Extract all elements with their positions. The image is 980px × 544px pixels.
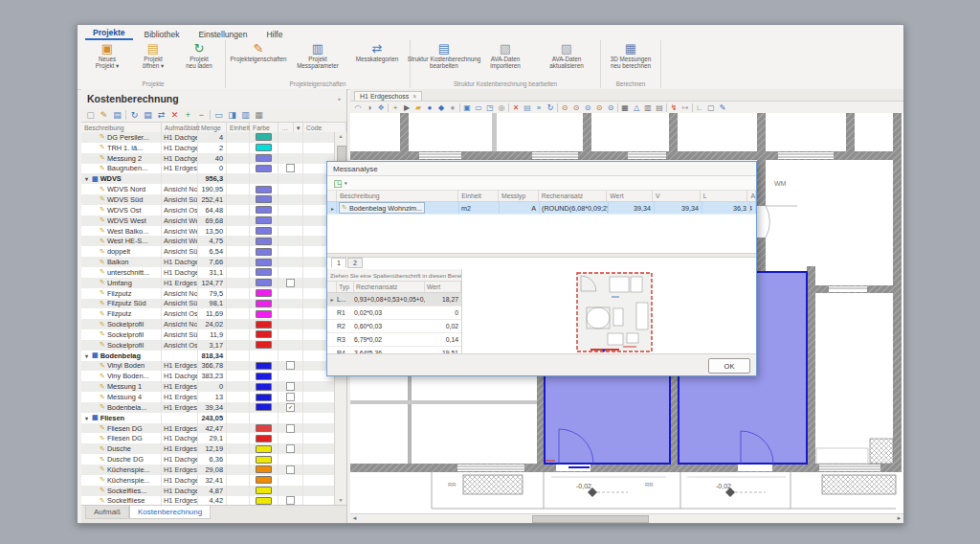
forward-icon[interactable]: » [534,102,544,113]
sep[interactable] [508,103,509,112]
table-row[interactable]: ✎ Filzputz Ansicht Nord 79,5 [81,288,336,299]
color-swatch[interactable] [256,227,272,235]
scroll-right-icon[interactable]: ► [895,514,903,522]
row-checkbox[interactable] [286,361,295,370]
expander-icon[interactable]: ▾ [85,415,92,421]
users-icon[interactable]: ◆ [436,102,446,113]
color-swatch[interactable] [256,195,272,203]
ribbon-button[interactable]: ▦ 3D Messungen neu berechnen [604,40,657,70]
color-swatch[interactable] [256,424,272,432]
sep[interactable] [210,110,211,120]
zoom-sel-icon[interactable]: ⊙ [594,102,604,113]
row-checkbox[interactable] [286,465,295,474]
table-row[interactable]: ✎ Bodenbela... H1 Erdgesch... 39,34 ✓ [81,402,336,413]
layout-icon[interactable]: ◳ [485,102,495,113]
table-row[interactable]: ▾ ▦ Bodenbelag 818,34 [81,351,336,361]
sep[interactable] [692,103,693,112]
ribbon-button[interactable]: ▧ AVA-Daten importieren [475,40,536,70]
dlg-col-a[interactable]: A [747,191,756,201]
select-icon[interactable]: ▶ [402,102,412,113]
table-row[interactable]: ✎ Viny Boden... H1 Dachgesc... 383,23 [81,371,336,381]
row-checkbox[interactable] [286,382,295,391]
color-swatch[interactable] [256,383,272,391]
table-row[interactable]: ✎ Messung 2 H1 Dachgesc... 40 [81,153,336,164]
table-row[interactable]: ✎ Sockelprofil Ansicht Nord 24,02 [81,319,336,329]
ribbon-button[interactable]: ↻ Projekt neu laden [176,40,222,70]
color-swatch[interactable] [256,487,272,494]
export-icon[interactable]: ▥ [240,110,251,121]
bottom-tab[interactable]: Kostenberechnung [129,506,211,519]
jump-icon[interactable]: ↦ [680,102,690,113]
add-icon[interactable]: + [183,110,193,121]
table-row[interactable]: ✎ Dusche DG H1 Dachgesc... 6,36 [81,454,336,465]
color-swatch[interactable] [256,238,272,245]
scroll-down-icon[interactable]: ▼ [335,496,346,505]
ribbon-button[interactable]: ⇄ Messkategorien [347,40,407,63]
dialog-tab[interactable]: 1 [331,258,346,268]
color-swatch[interactable] [256,465,272,473]
color-swatch[interactable] [256,300,272,307]
dialog-tab[interactable]: 2 [347,258,363,268]
dlg-col-l[interactable]: L [701,191,748,201]
remove-icon[interactable]: − [196,110,207,121]
detail-row[interactable]: ▸ L... 0,93+0,08+0,53+0,05+0,83+0,06+0,5… [327,293,461,306]
row-checkbox[interactable] [286,393,295,401]
table-row[interactable]: ✎ Küchenspie... H1 Erdgesch... 29,08 [81,465,336,475]
color-swatch[interactable] [256,445,272,453]
color-swatch[interactable] [256,186,272,193]
sheet-icon[interactable]: ▤ [655,102,664,113]
table-row[interactable]: ✎ Messung 4 H1 Erdgesch... 13 [81,392,336,402]
dialog-grid-row[interactable]: ▸ ✎ Bodenbelag Wohnzim... m2 A (ROUND(6,… [327,202,756,215]
pan-icon[interactable]: ❖ [376,102,386,113]
globe-icon[interactable]: ● [425,102,434,113]
zoom-out-icon[interactable]: ⊙ [571,102,581,113]
export-icon[interactable]: ◳ [331,178,345,189]
detail-row[interactable]: R3 6,79*0,02 0,14 [327,333,461,347]
table-row[interactable]: ✎ Filzputz Süd Ansicht Süd 98,1 [81,299,336,309]
color-swatch[interactable] [256,330,272,338]
table-row[interactable]: ✎ Fliesen DG H1 Dachgesc... 29,1 [81,433,336,443]
scroll-thumb[interactable] [532,515,649,523]
color-swatch[interactable] [256,310,272,318]
dlg-col-messtyp[interactable]: Messtyp [499,191,539,201]
table-row[interactable]: ✎ Messung 1 H1 Erdgesch... 0 [81,381,336,392]
ribbon-tab[interactable]: Bibliothek [137,28,188,40]
zoom-window-icon[interactable]: ◎ [497,102,506,113]
table-row[interactable]: ✎ Balkon H1 Dachgesc... 7,66 [81,257,336,267]
print-preview-icon[interactable]: ◨ [227,110,237,121]
screen-icon[interactable]: ▭ [474,102,483,113]
ribbon-button[interactable]: ▤ Struktur Kostenberechnung bearbeiten [413,40,475,70]
print-icon[interactable]: ▤ [523,102,532,113]
color-swatch[interactable] [256,394,272,401]
canvas-horizontal-scrollbar[interactable]: ◄ ► [350,513,903,523]
sep[interactable] [557,103,558,112]
ribbon-tab[interactable]: Projekte [85,26,133,40]
measure-name-cell[interactable]: ✎ Bodenbelag Wohnzim... [339,202,425,214]
detail-row[interactable]: R2 0,60*0,03 0,02 [327,320,461,333]
row-checkbox[interactable] [286,279,295,287]
table-row[interactable]: ✎ doppelt Ansicht Süd 6,54 [81,246,336,257]
table-row[interactable]: ✎ WDVS Nord Ansicht Nord 190,95 [81,184,336,194]
color-swatch[interactable] [256,248,272,256]
bottom-tab[interactable]: Aufmaß [85,506,129,519]
row-checkbox[interactable] [286,164,295,172]
table-row[interactable]: ✎ Dusche H1 Erdgesch... 12,19 [81,443,336,454]
add-measure-icon[interactable]: + [390,102,400,113]
table-row[interactable]: ✎ TRH 1. lä... H1 Dachgesc... 2 [81,143,336,153]
ribbon-tab[interactable]: Hilfe [258,28,290,40]
dlg-col-rechenansatz[interactable]: Rechenansatz [539,191,608,201]
color-swatch[interactable] [256,206,272,214]
ribbon-tab[interactable]: Einstellungen [190,28,255,40]
edit-icon[interactable]: ✎ [99,110,109,121]
triangle-icon[interactable]: △ [632,102,641,113]
table-row[interactable]: ✎ Sockelflies... H1 Dachgesc... 4,87 [81,486,336,496]
dlg-col-einheit[interactable]: Einheit [458,191,499,201]
color-swatch[interactable] [256,476,272,484]
table-row[interactable]: ✎ West Balko... Ansicht West 13,50 [81,226,336,237]
scroll-left-icon[interactable]: ◄ [350,514,359,522]
color-swatch[interactable] [256,435,272,442]
color-swatch[interactable] [256,165,272,172]
pen-icon[interactable]: ✎ [718,102,727,113]
row-checkbox[interactable] [286,424,295,433]
sep[interactable] [388,103,389,112]
